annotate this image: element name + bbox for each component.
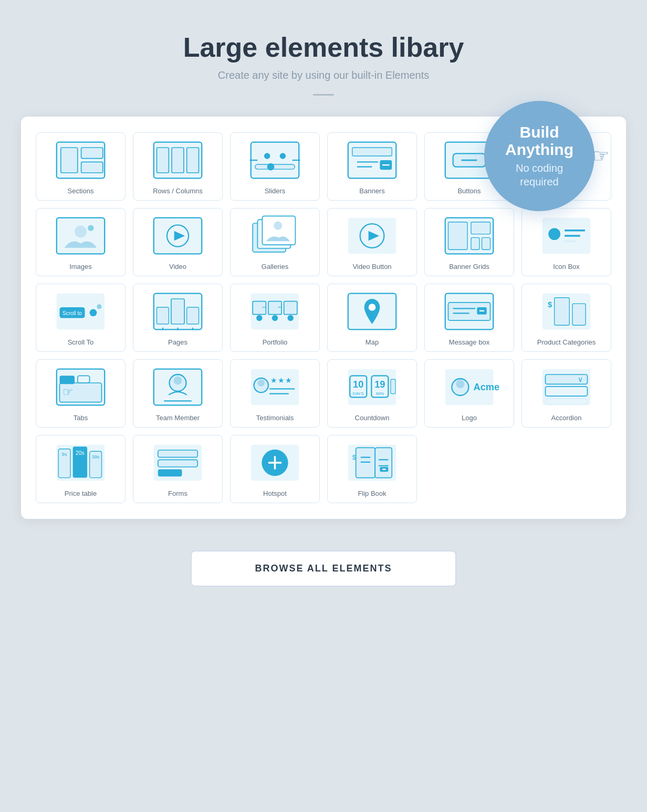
svg-rect-52	[471, 222, 491, 234]
forms-icon	[138, 442, 218, 484]
svg-point-79	[288, 315, 294, 321]
svg-point-84	[369, 304, 376, 311]
element-portfolio[interactable]: Portfolio	[230, 284, 320, 352]
logo-icon: Acme	[429, 366, 509, 408]
svg-rect-10	[251, 142, 299, 179]
svg-rect-14	[255, 164, 295, 169]
banner-grids-icon	[429, 215, 509, 257]
message-box-label: Message box	[449, 338, 489, 346]
element-message-box[interactable]: Message box	[424, 284, 514, 352]
element-price-table[interactable]: 9s 20s 39s Price table	[36, 435, 126, 503]
svg-rect-76	[284, 301, 297, 315]
svg-text:★: ★	[271, 377, 278, 384]
sections-label: Sections	[68, 187, 94, 195]
product-categories-label: Product Categories	[537, 338, 596, 346]
flip-book-label: Flip Book	[358, 490, 386, 497]
svg-text:10: 10	[353, 379, 363, 390]
forms-label: Forms	[168, 490, 187, 497]
buttons-label: Buttons	[457, 187, 481, 195]
accordion-label: Accordion	[551, 414, 582, 422]
element-product-categories[interactable]: $ Product Categories	[521, 284, 611, 352]
svg-rect-69	[187, 307, 199, 324]
element-tabs[interactable]: ☞ Tabs	[36, 359, 126, 428]
element-scroll-to[interactable]: Scroll to Scroll To	[36, 284, 126, 352]
browse-btn-wrapper: BROWSE ALL ELEMENTS	[21, 550, 626, 587]
banners-icon	[332, 139, 412, 181]
banners-label: Banners	[359, 187, 384, 195]
svg-rect-20	[352, 148, 392, 156]
svg-rect-7	[157, 148, 169, 173]
map-label: Map	[366, 338, 379, 346]
svg-point-56	[548, 228, 560, 240]
rows-columns-label: Rows / Columns	[153, 187, 203, 195]
svg-rect-67	[157, 307, 169, 324]
svg-point-13	[280, 153, 286, 159]
build-anything-bubble: BuildAnything No codingrequired ☞	[484, 101, 594, 211]
svg-point-64	[97, 304, 101, 309]
element-flip-book[interactable]: $ Flip Book	[327, 435, 417, 503]
element-testimonials[interactable]: ★ ★ ★ Testimonials	[230, 359, 320, 428]
pages-label: Pages	[168, 338, 187, 346]
svg-rect-142	[158, 470, 182, 477]
bubble-sub: No codingrequired	[516, 161, 563, 189]
element-countdown[interactable]: 10 DAYS 19 MIN Countdown	[327, 359, 417, 428]
flip-book-icon: $	[332, 442, 412, 484]
svg-rect-99	[60, 376, 75, 384]
browse-all-elements-button[interactable]: BROWSE ALL ELEMENTS	[191, 550, 456, 587]
video-button-icon	[332, 215, 412, 257]
svg-rect-2	[61, 148, 78, 173]
element-rows-columns[interactable]: Rows / Columns	[133, 132, 223, 201]
scroll-to-icon: Scroll to	[40, 290, 121, 332]
element-team-member[interactable]: Team Member	[133, 359, 223, 428]
svg-rect-94	[555, 298, 570, 326]
svg-rect-122	[391, 379, 395, 393]
svg-point-78	[272, 315, 278, 321]
svg-point-77	[256, 315, 262, 321]
element-sections[interactable]: Sections	[36, 132, 126, 201]
element-banners[interactable]: Banners	[327, 132, 417, 201]
svg-text:Acme: Acme	[474, 381, 500, 392]
element-images[interactable]: Images	[36, 208, 126, 276]
svg-point-37	[88, 225, 93, 231]
svg-text:∨: ∨	[578, 376, 583, 383]
element-forms[interactable]: Forms	[133, 435, 223, 503]
element-sliders[interactable]: Sliders	[230, 132, 320, 201]
svg-text:39s: 39s	[92, 454, 100, 460]
svg-rect-141	[158, 460, 197, 467]
element-video[interactable]: Video	[133, 208, 223, 276]
svg-point-36	[75, 226, 87, 238]
element-logo[interactable]: Acme Logo	[424, 359, 514, 428]
element-video-button[interactable]: Video Button	[327, 208, 417, 276]
svg-rect-8	[172, 148, 184, 173]
video-button-label: Video Button	[352, 263, 391, 270]
svg-rect-74	[253, 301, 266, 315]
portfolio-icon	[235, 290, 315, 332]
svg-point-125	[456, 380, 464, 388]
svg-rect-4	[81, 162, 103, 173]
svg-text:MIN: MIN	[376, 391, 384, 396]
tabs-icon: ☞	[40, 366, 121, 408]
svg-rect-53	[471, 237, 479, 249]
countdown-icon: 10 DAYS 19 MIN	[332, 366, 412, 408]
banner-grids-label: Banner Grids	[449, 263, 489, 270]
svg-point-45	[274, 222, 282, 230]
icon-box2-label: Icon Box	[553, 263, 580, 270]
element-icon-box2[interactable]: Icon Box	[521, 208, 611, 276]
svg-text:20s: 20s	[76, 450, 85, 456]
page-title: Large elements libary	[21, 32, 626, 63]
element-accordion[interactable]: ∨ Accordion	[521, 359, 611, 428]
price-table-icon: 9s 20s 39s	[40, 442, 121, 484]
svg-point-12	[264, 153, 270, 159]
sliders-label: Sliders	[265, 187, 286, 195]
element-banner-grids[interactable]: Banner Grids	[424, 208, 514, 276]
svg-rect-51	[448, 222, 468, 250]
element-hotspot[interactable]: Hotspot	[230, 435, 320, 503]
element-map[interactable]: Map	[327, 284, 417, 352]
element-galleries[interactable]: Galleries	[230, 208, 320, 276]
divider	[313, 94, 334, 96]
pages-icon	[138, 290, 218, 332]
element-pages[interactable]: Pages	[133, 284, 223, 352]
svg-text:Scroll to: Scroll to	[62, 310, 82, 316]
svg-point-63	[90, 309, 97, 316]
logo-label: Logo	[462, 414, 477, 422]
